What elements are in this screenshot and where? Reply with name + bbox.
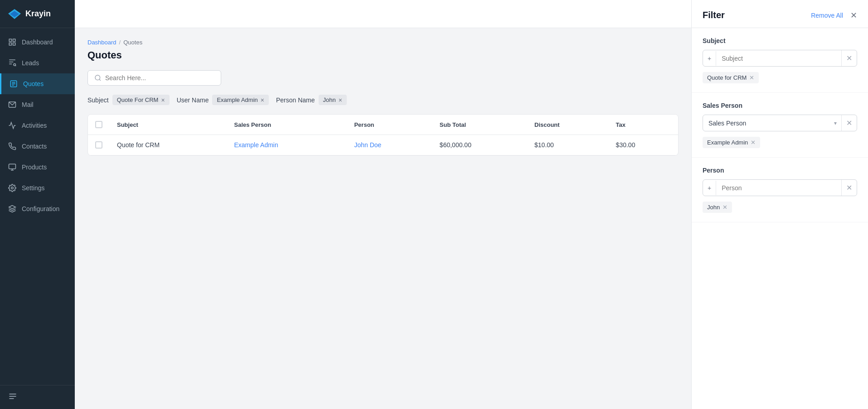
breadcrumb-current: Quotes [123,39,142,46]
col-subject: Subject [110,115,227,135]
sidebar-item-activities[interactable]: Activities [0,115,75,136]
filter-sales-person-select[interactable]: Sales Person Example Admin [703,115,841,131]
search-icon [94,74,102,82]
main-content: Dashboard / Quotes Quotes Subject Quote … [75,0,691,409]
top-bar [75,0,691,28]
sidebar-item-label: Contacts [22,143,47,150]
svg-rect-2 [9,39,11,41]
filter-tag-group-person: Person Name John × [276,95,347,105]
filter-tag-value-username: Example Admin [217,96,257,103]
filter-person-input-row: + ✕ [703,179,857,196]
row-person[interactable]: John Doe [347,135,432,155]
filter-header: Filter Remove All ✕ [692,0,868,28]
select-all-checkbox[interactable] [95,121,102,128]
activities-icon [8,121,16,130]
svg-rect-13 [9,164,16,169]
filter-subject-input-row: + ✕ [703,50,857,67]
col-checkbox [88,115,110,135]
filter-section-subject: Subject + ✕ Quote for CRM ✕ [692,28,868,93]
filter-subject-tag-remove[interactable]: ✕ [749,74,754,81]
svg-rect-3 [13,39,15,41]
row-sales-person[interactable]: Example Admin [227,135,347,155]
filter-section-title-sales-person: Sales Person [703,102,857,109]
filter-sales-person-input-row: Sales Person Example Admin ▾ ✕ [703,115,857,131]
filter-tag-group-username: User Name Example Admin × [177,95,269,105]
breadcrumb: Dashboard / Quotes [87,39,679,46]
sidebar-item-leads[interactable]: Leads [0,53,75,73]
row-person-link[interactable]: John Doe [354,141,381,149]
filter-sales-person-tag-remove[interactable]: ✕ [751,139,756,146]
filter-tag-value-subject: Quote For CRM [117,96,159,103]
sidebar-item-label: Leads [22,59,39,67]
filter-tag-group-subject: Subject Quote For CRM × [87,95,170,105]
filter-tag-remove-username[interactable]: × [261,97,264,103]
filter-sales-person-tag-value: Example Admin [707,139,748,146]
col-discount: Discount [527,115,609,135]
row-sub-total: $60,000.00 [432,135,527,155]
sidebar-item-label: Settings [22,184,45,192]
filter-subject-tag: Quote for CRM ✕ [703,72,759,83]
sidebar-item-label: Quotes [23,80,44,87]
row-subject: Quote for CRM [110,135,227,155]
remove-all-button[interactable]: Remove All [811,12,843,19]
filter-section-title-person: Person [703,167,857,174]
page-title: Quotes [87,49,679,61]
filter-person-prefix: + [703,181,716,195]
sidebar-item-quotes[interactable]: Quotes [0,73,75,94]
configuration-icon [8,205,16,213]
filter-person-input[interactable] [716,180,841,196]
filter-subject-input[interactable] [716,51,841,66]
sidebar-item-label: Products [22,164,47,171]
row-tax: $30.00 [609,135,678,155]
sidebar-item-mail[interactable]: Mail [0,94,75,115]
filter-tag-label-username: User Name [177,96,209,104]
filter-tag-remove-person[interactable]: × [339,97,342,103]
sidebar-item-label: Configuration [22,205,59,212]
row-checkbox[interactable] [95,141,102,149]
sidebar-item-products[interactable]: Products [0,157,75,178]
svg-rect-5 [13,43,15,45]
collapse-icon[interactable] [8,392,17,401]
col-person: Person [347,115,432,135]
filter-tag-label-person: Person Name [276,96,315,104]
search-bar [87,70,221,86]
filter-tag-label-subject: Subject [87,96,109,104]
sidebar-item-dashboard[interactable]: Dashboard [0,32,75,53]
filter-person-tag-remove[interactable]: ✕ [723,204,727,211]
filter-sales-person-tag: Example Admin ✕ [703,137,760,148]
row-sales-person-link[interactable]: Example Admin [234,141,278,149]
breadcrumb-parent[interactable]: Dashboard [87,39,116,46]
logo-text: Krayin [25,9,51,19]
filter-section-title-subject: Subject [703,37,857,44]
table-header-row: Subject Sales Person Person Sub Total Di… [88,115,678,135]
sidebar: Krayin Dashboard Leads Quotes Mail Activ… [0,0,75,409]
filter-panel: Filter Remove All ✕ Subject + ✕ Quote fo… [691,0,868,409]
quotes-icon [10,80,18,88]
filter-close-button[interactable]: ✕ [850,11,857,19]
col-sales-person: Sales Person [227,115,347,135]
filter-tag-remove-subject[interactable]: × [161,97,165,103]
filter-tag-person: John × [319,95,347,105]
filter-section-sales-person: Sales Person Sales Person Example Admin … [692,93,868,158]
search-input[interactable] [105,74,214,82]
leads-icon [8,59,16,67]
filter-sales-person-clear[interactable]: ✕ [841,115,857,131]
filter-tag-value-person: John [323,96,336,103]
logo-icon [8,9,21,19]
filter-person-clear[interactable]: ✕ [841,180,857,196]
sidebar-item-configuration[interactable]: Configuration [0,198,75,219]
table-row: Quote for CRM Example Admin John Doe $60… [88,135,678,155]
filter-subject-clear[interactable]: ✕ [841,50,857,66]
filter-person-tag-value: John [707,204,720,211]
row-checkbox-cell [88,135,110,155]
filter-title: Filter [703,10,725,20]
settings-icon [8,184,16,192]
filter-subject-tag-value: Quote for CRM [707,74,747,81]
sidebar-item-settings[interactable]: Settings [0,178,75,198]
breadcrumb-separator: / [119,39,121,46]
sidebar-item-contacts[interactable]: Contacts [0,136,75,157]
dashboard-icon [8,38,16,46]
filter-tag-username: Example Admin × [212,95,269,105]
svg-rect-4 [9,43,11,45]
sidebar-item-label: Dashboard [22,38,53,46]
